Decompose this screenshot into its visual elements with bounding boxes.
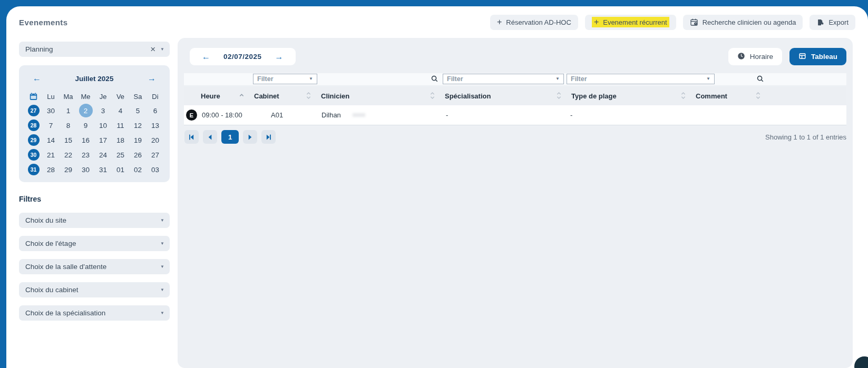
table-row[interactable]: E 09:00 - 18:00 A01 Dilhan - - — [184, 105, 846, 125]
clear-icon[interactable]: × — [150, 45, 155, 54]
column-filter-row: Filter ▼ Filter ▼ Filter ▼ — [184, 73, 846, 85]
prev-day-button[interactable]: ← — [199, 52, 213, 62]
week-number-badge[interactable]: 31 — [28, 164, 40, 175]
planning-select[interactable]: Planning × ▼ — [19, 42, 170, 57]
calendar-day[interactable]: 3 — [94, 103, 112, 118]
weekday-header: Ve — [112, 89, 129, 103]
calendar-day[interactable]: 27 — [147, 147, 164, 162]
calendar-day[interactable]: 1 — [60, 103, 77, 118]
calendar-day[interactable]: 30 — [77, 162, 94, 177]
filter-selects: Choix du site▼Choix de l'étage▼Choix de … — [19, 213, 170, 321]
column-header-label: Heure — [201, 92, 220, 100]
tableau-view-button[interactable]: Tableau — [789, 48, 846, 65]
calendar-day[interactable]: 4 — [112, 103, 129, 118]
calendar-next-month-button[interactable]: → — [144, 73, 159, 84]
calendar-day[interactable]: 5 — [129, 103, 147, 118]
calendar-day[interactable]: 8 — [60, 118, 77, 133]
comment-search-icon[interactable] — [756, 75, 764, 84]
calendar-day[interactable]: 12 — [129, 118, 147, 133]
calendar-day[interactable]: 13 — [147, 118, 164, 133]
week-number-badge[interactable]: 28 — [28, 120, 40, 131]
heure-value: 09:00 - 18:00 — [202, 111, 242, 119]
calendar-day[interactable]: 20 — [147, 133, 164, 147]
calendar-day[interactable]: 16 — [77, 133, 94, 147]
calendar-day[interactable]: 2 — [77, 103, 94, 118]
toolbar-button-label: Export — [828, 18, 849, 26]
week-number-badge[interactable]: 29 — [28, 134, 40, 146]
page-number-button[interactable]: 1 — [221, 130, 239, 144]
calendar-day[interactable]: 9 — [77, 118, 94, 133]
last-page-button[interactable] — [261, 130, 276, 144]
selected-day[interactable]: 2 — [79, 104, 93, 117]
cabinet-filter-select[interactable]: Filter ▼ — [253, 74, 317, 84]
app-header: Evenements +Réservation AD-HOC+Evenement… — [6, 6, 868, 29]
export-icon — [816, 18, 824, 26]
filter-select-3[interactable]: Choix du cabinet▼ — [19, 282, 170, 297]
filter-select-1[interactable]: Choix de l'étage▼ — [19, 236, 170, 251]
calendar-day[interactable]: 18 — [112, 133, 129, 147]
calendar-day[interactable]: 29 — [60, 162, 77, 177]
column-header-clinicien[interactable]: Clinicien — [315, 92, 439, 101]
filters-heading: Filtres — [19, 195, 170, 203]
next-day-button[interactable]: → — [272, 52, 287, 62]
date-navigator: ← 02/07/2025 → — [190, 48, 296, 65]
horaire-view-button[interactable]: Horaire — [728, 48, 782, 65]
sort-icon — [756, 92, 760, 101]
toolbar-button-evenement-recurrent[interactable]: +Evenement récurrent — [585, 15, 676, 30]
chevron-down-icon: ▼ — [160, 218, 164, 223]
calendar-day[interactable]: 7 — [42, 118, 60, 133]
week-number-badge[interactable]: 27 — [28, 105, 40, 116]
sort-icon — [681, 92, 686, 101]
toolbar-button-export[interactable]: Export — [810, 15, 855, 30]
toolbar-button-recherche-clinicien-ou-agenda[interactable]: Recherche clinicien ou agenda — [683, 15, 803, 30]
calendar-day[interactable]: 26 — [129, 147, 147, 162]
filter-select-4[interactable]: Choix de la spécialisation▼ — [19, 305, 170, 321]
type-de-plage-filter-select[interactable]: Filter ▼ — [567, 74, 715, 84]
chevron-down-icon: ▼ — [160, 47, 164, 52]
sort-asc-icon — [239, 92, 244, 101]
specialisation-cell: - — [439, 111, 565, 119]
calendar-day[interactable]: 01 — [112, 162, 129, 177]
first-page-button[interactable] — [184, 130, 199, 144]
calendar-day[interactable]: 6 — [147, 103, 164, 118]
calendar-day[interactable]: 17 — [94, 133, 112, 147]
type-de-plage-cell: - — [565, 111, 690, 119]
column-header-cabinet[interactable]: Cabinet — [248, 92, 315, 101]
column-header-heure[interactable]: Heure — [184, 92, 248, 101]
calendar-day[interactable]: 02 — [129, 162, 147, 177]
prev-page-button[interactable] — [203, 130, 217, 144]
calendar-day[interactable]: 22 — [60, 147, 77, 162]
calendar-day[interactable]: 03 — [147, 162, 164, 177]
column-header-comment[interactable]: Comment — [690, 92, 765, 101]
calendar-day[interactable]: 24 — [94, 147, 112, 162]
chevron-down-icon: ▼ — [160, 288, 164, 292]
clinicien-search-icon[interactable] — [431, 75, 438, 84]
column-header-sp-cialisation[interactable]: Spécialisation — [439, 92, 565, 101]
week-number-badge[interactable]: 30 — [28, 149, 40, 161]
panel-top: ← 02/07/2025 → Horaire Tableau — [184, 48, 846, 65]
next-page-button[interactable] — [243, 130, 257, 144]
calendar-day[interactable]: 14 — [42, 133, 60, 147]
column-header-type-de-plage[interactable]: Type de plage — [565, 92, 690, 101]
specialisation-filter-select[interactable]: Filter ▼ — [443, 74, 564, 84]
calendar-day[interactable]: 23 — [77, 147, 94, 162]
calendar-day[interactable]: 31 — [94, 162, 112, 177]
tableau-label: Tableau — [811, 53, 837, 61]
calendar-day[interactable]: 28 — [42, 162, 60, 177]
app-body: Planning × ▼ ← Juillet 2025 → LuMaMeJeVe… — [6, 29, 868, 368]
calendar-day[interactable]: 10 — [94, 118, 112, 133]
calendar-day[interactable]: 30 — [42, 103, 60, 118]
calendar-prev-month-button[interactable]: ← — [30, 73, 44, 84]
calendar-day[interactable]: 19 — [129, 133, 147, 147]
calendar-day[interactable]: 21 — [42, 147, 60, 162]
sort-icon — [430, 92, 435, 101]
calendar-day[interactable]: 11 — [112, 118, 129, 133]
filter-select-label: Choix du site — [25, 216, 66, 224]
horaire-label: Horaire — [750, 53, 773, 61]
calendar-day[interactable]: 15 — [60, 133, 77, 147]
redacted-text — [353, 113, 365, 117]
toolbar-button-reservation-adhoc[interactable]: +Réservation AD-HOC — [490, 15, 578, 30]
filter-select-2[interactable]: Choix de la salle d'attente▼ — [19, 259, 170, 274]
calendar-day[interactable]: 25 — [112, 147, 129, 162]
filter-select-0[interactable]: Choix du site▼ — [19, 213, 170, 228]
